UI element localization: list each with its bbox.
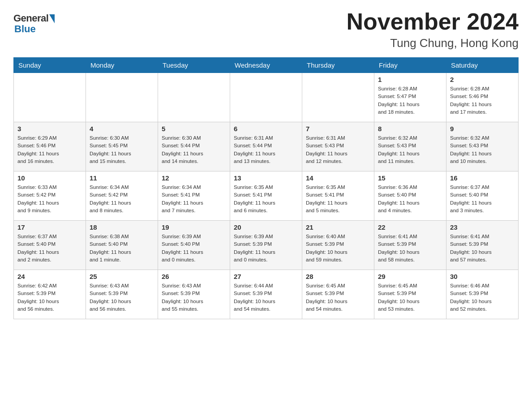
calendar-cell: 20Sunrise: 6:39 AM Sunset: 5:39 PM Dayli…	[230, 221, 302, 270]
day-info: Sunrise: 6:45 AM Sunset: 5:39 PM Dayligh…	[378, 282, 442, 313]
day-number: 19	[162, 223, 226, 231]
calendar-day-header: Monday	[86, 58, 158, 73]
calendar-cell: 16Sunrise: 6:37 AM Sunset: 5:40 PM Dayli…	[446, 171, 519, 221]
day-info: Sunrise: 6:44 AM Sunset: 5:39 PM Dayligh…	[234, 282, 298, 313]
calendar-cell: 4Sunrise: 6:30 AM Sunset: 5:45 PM Daylig…	[86, 122, 158, 171]
calendar-cell: 26Sunrise: 6:43 AM Sunset: 5:39 PM Dayli…	[158, 270, 230, 319]
day-number: 30	[450, 273, 515, 280]
day-info: Sunrise: 6:43 AM Sunset: 5:39 PM Dayligh…	[90, 282, 154, 313]
calendar-cell: 8Sunrise: 6:32 AM Sunset: 5:43 PM Daylig…	[374, 122, 446, 171]
calendar-day-header: Saturday	[446, 58, 519, 73]
calendar-cell: 22Sunrise: 6:41 AM Sunset: 5:39 PM Dayli…	[374, 221, 446, 270]
day-number: 18	[90, 223, 154, 231]
page-header: General Blue November 2024 Tung Chung, H…	[13, 9, 519, 50]
day-number: 16	[450, 174, 515, 182]
day-number: 17	[17, 223, 82, 231]
calendar-cell	[302, 73, 374, 122]
day-info: Sunrise: 6:35 AM Sunset: 5:41 PM Dayligh…	[234, 184, 298, 214]
title-section: November 2024 Tung Chung, Hong Kong	[347, 9, 519, 50]
day-info: Sunrise: 6:41 AM Sunset: 5:39 PM Dayligh…	[378, 233, 442, 264]
day-number: 3	[17, 125, 82, 133]
day-info: Sunrise: 6:36 AM Sunset: 5:40 PM Dayligh…	[378, 184, 442, 214]
calendar-day-header: Friday	[374, 58, 446, 73]
day-number: 23	[450, 223, 515, 231]
month-title: November 2024	[347, 9, 519, 34]
calendar-cell: 7Sunrise: 6:31 AM Sunset: 5:43 PM Daylig…	[302, 122, 374, 171]
day-number: 9	[450, 125, 515, 133]
day-info: Sunrise: 6:28 AM Sunset: 5:46 PM Dayligh…	[450, 85, 515, 116]
day-info: Sunrise: 6:31 AM Sunset: 5:43 PM Dayligh…	[306, 134, 370, 165]
calendar-cell: 30Sunrise: 6:46 AM Sunset: 5:39 PM Dayli…	[446, 270, 519, 319]
day-number: 14	[306, 174, 370, 182]
day-info: Sunrise: 6:43 AM Sunset: 5:39 PM Dayligh…	[162, 282, 226, 313]
location-title: Tung Chung, Hong Kong	[347, 36, 519, 50]
day-number: 25	[90, 273, 154, 280]
calendar-cell: 25Sunrise: 6:43 AM Sunset: 5:39 PM Dayli…	[86, 270, 158, 319]
calendar-cell: 10Sunrise: 6:33 AM Sunset: 5:42 PM Dayli…	[14, 171, 86, 221]
calendar-week-row: 17Sunrise: 6:37 AM Sunset: 5:40 PM Dayli…	[14, 221, 519, 270]
day-number: 29	[378, 273, 442, 280]
day-number: 22	[378, 223, 442, 231]
day-number: 1	[378, 76, 442, 83]
logo: General Blue	[13, 13, 55, 35]
calendar-table: SundayMondayTuesdayWednesdayThursdayFrid…	[13, 57, 519, 319]
calendar-cell: 12Sunrise: 6:34 AM Sunset: 5:41 PM Dayli…	[158, 171, 230, 221]
day-info: Sunrise: 6:33 AM Sunset: 5:42 PM Dayligh…	[17, 184, 82, 214]
calendar-cell: 2Sunrise: 6:28 AM Sunset: 5:46 PM Daylig…	[446, 73, 519, 122]
calendar-week-row: 1Sunrise: 6:28 AM Sunset: 5:47 PM Daylig…	[14, 73, 519, 122]
day-info: Sunrise: 6:40 AM Sunset: 5:39 PM Dayligh…	[306, 233, 370, 264]
day-info: Sunrise: 6:38 AM Sunset: 5:40 PM Dayligh…	[90, 233, 154, 264]
calendar-cell: 9Sunrise: 6:32 AM Sunset: 5:43 PM Daylig…	[446, 122, 519, 171]
day-info: Sunrise: 6:39 AM Sunset: 5:39 PM Dayligh…	[234, 233, 298, 264]
day-number: 28	[306, 273, 370, 280]
calendar-cell	[230, 73, 302, 122]
day-number: 11	[90, 174, 154, 182]
day-info: Sunrise: 6:35 AM Sunset: 5:41 PM Dayligh…	[306, 184, 370, 214]
day-info: Sunrise: 6:45 AM Sunset: 5:39 PM Dayligh…	[306, 282, 370, 313]
day-number: 21	[306, 223, 370, 231]
day-number: 12	[162, 174, 226, 182]
calendar-week-row: 10Sunrise: 6:33 AM Sunset: 5:42 PM Dayli…	[14, 171, 519, 221]
calendar-cell: 5Sunrise: 6:30 AM Sunset: 5:44 PM Daylig…	[158, 122, 230, 171]
calendar-cell: 15Sunrise: 6:36 AM Sunset: 5:40 PM Dayli…	[374, 171, 446, 221]
calendar-cell: 13Sunrise: 6:35 AM Sunset: 5:41 PM Dayli…	[230, 171, 302, 221]
day-info: Sunrise: 6:39 AM Sunset: 5:40 PM Dayligh…	[162, 233, 226, 264]
calendar-cell: 24Sunrise: 6:42 AM Sunset: 5:39 PM Dayli…	[14, 270, 86, 319]
calendar-cell: 23Sunrise: 6:41 AM Sunset: 5:39 PM Dayli…	[446, 221, 519, 270]
day-info: Sunrise: 6:32 AM Sunset: 5:43 PM Dayligh…	[378, 134, 442, 165]
day-info: Sunrise: 6:42 AM Sunset: 5:39 PM Dayligh…	[17, 282, 82, 313]
day-number: 6	[234, 125, 298, 133]
calendar-day-header: Wednesday	[230, 58, 302, 73]
calendar-cell: 17Sunrise: 6:37 AM Sunset: 5:40 PM Dayli…	[14, 221, 86, 270]
calendar-day-header: Sunday	[14, 58, 86, 73]
day-info: Sunrise: 6:30 AM Sunset: 5:45 PM Dayligh…	[90, 134, 154, 165]
day-info: Sunrise: 6:37 AM Sunset: 5:40 PM Dayligh…	[450, 184, 515, 214]
logo-triangle-icon	[49, 14, 55, 23]
day-number: 26	[162, 273, 226, 280]
calendar-cell: 27Sunrise: 6:44 AM Sunset: 5:39 PM Dayli…	[230, 270, 302, 319]
logo-blue-text: Blue	[14, 23, 36, 35]
day-info: Sunrise: 6:37 AM Sunset: 5:40 PM Dayligh…	[17, 233, 82, 264]
calendar-cell: 19Sunrise: 6:39 AM Sunset: 5:40 PM Dayli…	[158, 221, 230, 270]
day-number: 15	[378, 174, 442, 182]
calendar-cell: 29Sunrise: 6:45 AM Sunset: 5:39 PM Dayli…	[374, 270, 446, 319]
calendar-cell: 6Sunrise: 6:31 AM Sunset: 5:44 PM Daylig…	[230, 122, 302, 171]
day-number: 10	[17, 174, 82, 182]
calendar-cell: 11Sunrise: 6:34 AM Sunset: 5:42 PM Dayli…	[86, 171, 158, 221]
calendar-week-row: 3Sunrise: 6:29 AM Sunset: 5:46 PM Daylig…	[14, 122, 519, 171]
day-number: 5	[162, 125, 226, 133]
calendar-cell: 18Sunrise: 6:38 AM Sunset: 5:40 PM Dayli…	[86, 221, 158, 270]
day-info: Sunrise: 6:32 AM Sunset: 5:43 PM Dayligh…	[450, 134, 515, 165]
calendar-cell: 21Sunrise: 6:40 AM Sunset: 5:39 PM Dayli…	[302, 221, 374, 270]
calendar-header-row: SundayMondayTuesdayWednesdayThursdayFrid…	[14, 58, 519, 73]
calendar-cell: 28Sunrise: 6:45 AM Sunset: 5:39 PM Dayli…	[302, 270, 374, 319]
calendar-cell: 14Sunrise: 6:35 AM Sunset: 5:41 PM Dayli…	[302, 171, 374, 221]
day-info: Sunrise: 6:29 AM Sunset: 5:46 PM Dayligh…	[17, 134, 82, 165]
calendar-cell	[86, 73, 158, 122]
calendar-day-header: Tuesday	[158, 58, 230, 73]
day-info: Sunrise: 6:28 AM Sunset: 5:47 PM Dayligh…	[378, 85, 442, 116]
calendar-cell: 3Sunrise: 6:29 AM Sunset: 5:46 PM Daylig…	[14, 122, 86, 171]
day-number: 20	[234, 223, 298, 231]
day-info: Sunrise: 6:34 AM Sunset: 5:42 PM Dayligh…	[90, 184, 154, 214]
day-number: 4	[90, 125, 154, 133]
